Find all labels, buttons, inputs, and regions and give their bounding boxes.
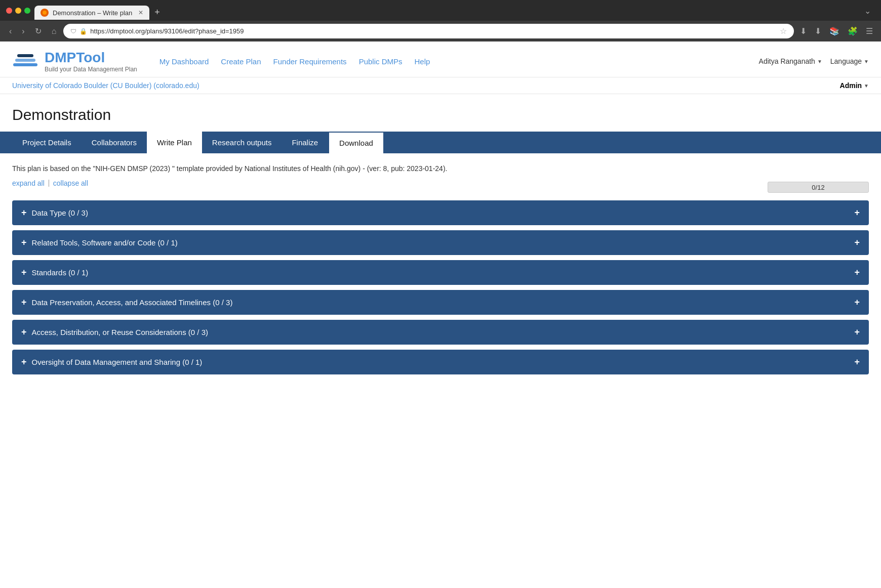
tab-close-button[interactable]: ✕ — [138, 9, 143, 16]
section-item-access[interactable]: + Access, Distribution, or Reuse Conside… — [12, 320, 869, 345]
nav-help[interactable]: Help — [414, 57, 430, 66]
main-nav: My Dashboard Create Plan Funder Requirem… — [159, 57, 430, 66]
tab-dropdown-icon[interactable]: ⌄ — [860, 4, 875, 18]
new-tab-button[interactable]: + — [150, 5, 164, 20]
section-list: + Data Type (0 / 3) + + Related Tools, S… — [12, 200, 869, 374]
url-text: https://dmptool.org/plans/93106/edit?pha… — [90, 27, 777, 35]
page-title: Demonstration — [12, 106, 869, 123]
pocket-icon[interactable]: ⬇ — [798, 25, 809, 37]
svg-rect-3 — [15, 59, 35, 62]
nav-funder-requirements[interactable]: Funder Requirements — [273, 57, 347, 66]
section-expand-icon-2: + — [21, 267, 27, 278]
language-label: Language — [830, 57, 862, 65]
bookmark-icon[interactable]: ☆ — [780, 26, 787, 36]
home-button[interactable]: ⌂ — [49, 25, 60, 38]
nav-create-plan[interactable]: Create Plan — [221, 57, 261, 66]
section-expand-icon-4: + — [21, 327, 27, 338]
section-add-icon-3[interactable]: + — [854, 297, 860, 308]
traffic-light-yellow[interactable] — [15, 8, 21, 14]
page-content: DMPTool Build your Data Management Plan … — [0, 41, 881, 497]
section-item-preservation[interactable]: + Data Preservation, Access, and Associa… — [12, 290, 869, 315]
section-label-1: Related Tools, Software and/or Code (0 /… — [32, 238, 178, 247]
section-item-standards[interactable]: + Standards (0 / 1) + — [12, 260, 869, 285]
progress-container: 0/12 — [768, 182, 869, 193]
active-tab[interactable]: Demonstration – Write plan ✕ — [34, 6, 149, 20]
logo-tool: Tool — [76, 50, 105, 65]
section-label-2: Standards (0 / 1) — [32, 268, 89, 277]
logo-tagline: Build your Data Management Plan — [45, 66, 137, 73]
section-label-5: Oversight of Data Management and Sharing… — [32, 358, 203, 366]
tab-collaborators[interactable]: Collaborators — [82, 132, 147, 153]
shield-icon: 🛡 — [70, 28, 76, 35]
nav-dashboard[interactable]: My Dashboard — [159, 57, 209, 66]
tab-finalize[interactable]: Finalize — [282, 132, 328, 153]
forward-button[interactable]: › — [19, 25, 27, 38]
content-area: This plan is based on the "NIH-GEN DMSP … — [0, 153, 881, 385]
expand-links: expand all collapse all — [12, 179, 88, 187]
section-add-icon-2[interactable]: + — [854, 267, 860, 278]
org-link[interactable]: University of Colorado Boulder (CU Bould… — [12, 81, 199, 90]
admin-menu[interactable]: Admin ▼ — [840, 81, 869, 90]
plan-info-text: This plan is based on the "NIH-GEN DMSP … — [12, 163, 869, 174]
library-icon[interactable]: 📚 — [827, 25, 842, 37]
progress-bar: 0/12 — [768, 182, 869, 193]
admin-chevron-icon: ▼ — [864, 83, 869, 89]
section-item-data-type[interactable]: + Data Type (0 / 3) + — [12, 200, 869, 225]
tab-favicon — [41, 9, 49, 17]
divider — [49, 180, 49, 187]
expand-collapse-row: expand all collapse all 0/12 — [12, 179, 869, 195]
section-label-4: Access, Distribution, or Reuse Considera… — [32, 328, 208, 337]
section-item-oversight[interactable]: + Oversight of Data Management and Shari… — [12, 350, 869, 374]
section-add-icon-0[interactable]: + — [854, 207, 860, 218]
tab-project-details[interactable]: Project Details — [12, 132, 82, 153]
expand-all-link[interactable]: expand all — [12, 179, 45, 187]
language-chevron-icon: ▼ — [864, 59, 869, 64]
progress-text: 0/12 — [812, 184, 824, 191]
top-right-controls: Aditya Ranganath ▼ Language ▼ — [759, 57, 869, 65]
user-chevron-icon: ▼ — [817, 59, 822, 64]
nav-public-dmps[interactable]: Public DMPs — [359, 57, 403, 66]
top-navigation: DMPTool Build your Data Management Plan … — [0, 41, 881, 77]
section-item-tools[interactable]: + Related Tools, Software and/or Code (0… — [12, 230, 869, 255]
logo-text: DMPTool — [45, 50, 137, 66]
admin-label: Admin — [840, 81, 862, 90]
svg-rect-2 — [13, 63, 37, 66]
back-button[interactable]: ‹ — [6, 25, 15, 38]
section-add-icon-5[interactable]: + — [854, 357, 860, 367]
section-add-icon-4[interactable]: + — [854, 327, 860, 338]
traffic-light-green[interactable] — [24, 8, 30, 14]
page-heading: Demonstration — [0, 94, 881, 132]
extensions-icon[interactable]: 🧩 — [846, 25, 860, 37]
menu-icon[interactable]: ☰ — [864, 25, 875, 37]
section-expand-icon-3: + — [21, 297, 27, 308]
section-label-0: Data Type (0 / 3) — [32, 208, 88, 217]
logo-area: DMPTool Build your Data Management Plan … — [12, 50, 430, 73]
user-name: Aditya Ranganath — [759, 57, 815, 65]
tab-write-plan[interactable]: Write Plan — [147, 132, 202, 153]
section-expand-icon-5: + — [21, 357, 27, 367]
collapse-all-link[interactable]: collapse all — [53, 179, 88, 187]
section-add-icon-1[interactable]: + — [854, 237, 860, 248]
section-label-3: Data Preservation, Access, and Associate… — [32, 298, 233, 307]
download-icon[interactable]: ⬇ — [813, 25, 823, 37]
logo-dmp: DMP — [45, 50, 76, 65]
section-expand-icon-1: + — [21, 237, 27, 248]
logo-icon — [12, 51, 38, 71]
reload-button[interactable]: ↻ — [32, 24, 45, 38]
tabs-bar: Project Details Collaborators Write Plan… — [0, 132, 881, 153]
language-menu[interactable]: Language ▼ — [830, 57, 869, 65]
address-bar[interactable]: 🛡 🔒 https://dmptool.org/plans/93106/edit… — [63, 24, 794, 38]
svg-point-1 — [43, 11, 47, 15]
tab-download[interactable]: Download — [328, 132, 384, 153]
svg-rect-4 — [17, 54, 33, 57]
lock-icon: 🔒 — [79, 28, 87, 35]
secondary-navigation: University of Colorado Boulder (CU Bould… — [0, 77, 881, 94]
traffic-light-red[interactable] — [6, 8, 12, 14]
tab-title: Demonstration – Write plan — [53, 9, 132, 17]
section-expand-icon-0: + — [21, 207, 27, 218]
tab-research-outputs[interactable]: Research outputs — [202, 132, 282, 153]
user-menu[interactable]: Aditya Ranganath ▼ — [759, 57, 822, 65]
